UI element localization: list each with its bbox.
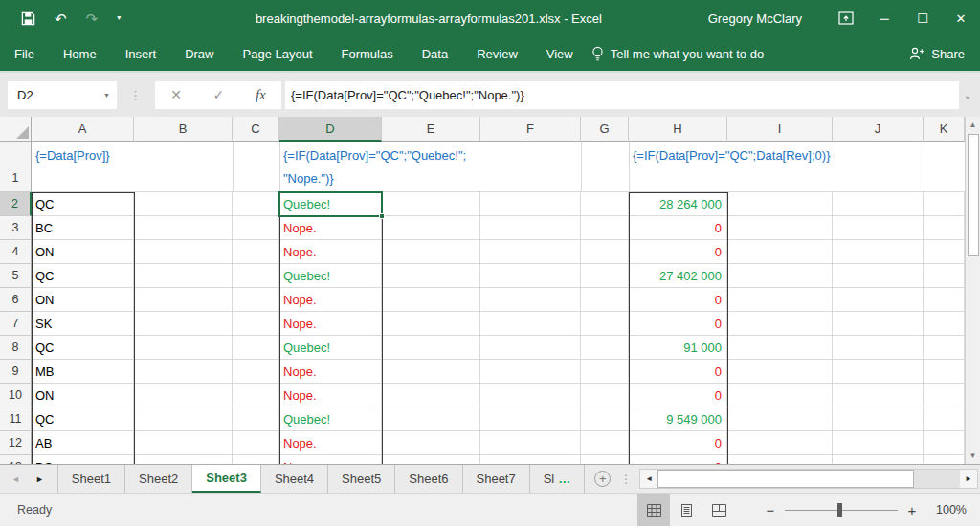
sheet-tab-sheet2[interactable]: Sheet2 xyxy=(125,465,192,493)
undo-icon[interactable]: ↶ xyxy=(55,11,67,26)
cell-B12[interactable] xyxy=(134,431,233,455)
tell-me-box[interactable]: Tell me what you want to do xyxy=(591,46,764,61)
cell-A5[interactable]: QC xyxy=(32,264,134,288)
cell-H13[interactable]: 0 xyxy=(629,455,727,464)
row-header-1[interactable]: 1 xyxy=(0,142,32,192)
cell-I4[interactable] xyxy=(727,240,833,264)
sheet-tab-sheet3[interactable]: Sheet3 xyxy=(192,465,261,493)
cell-E13[interactable] xyxy=(382,455,480,464)
cell-C13[interactable] xyxy=(233,455,279,464)
sheet-tab-sheet5[interactable]: Sheet5 xyxy=(328,465,395,493)
formula-bar-expand-icon[interactable]: ⌄ xyxy=(959,90,976,100)
ribbon-tab-file[interactable]: File xyxy=(0,37,49,71)
insert-function-icon[interactable]: fx xyxy=(256,87,266,103)
cell-G3[interactable] xyxy=(581,216,629,240)
share-button[interactable]: Share xyxy=(909,47,980,61)
cell-G10[interactable] xyxy=(581,384,629,407)
cell-B13[interactable] xyxy=(134,455,233,464)
cell-G8[interactable] xyxy=(581,336,629,360)
cell-C8[interactable] xyxy=(233,336,279,360)
cell-F13[interactable] xyxy=(480,455,581,464)
ribbon-tab-page-layout[interactable]: Page Layout xyxy=(229,37,327,71)
cell-F6[interactable] xyxy=(480,288,581,312)
cell-I9[interactable] xyxy=(727,360,833,384)
ribbon-tab-view[interactable]: View xyxy=(532,37,588,71)
close-button[interactable]: ✕ xyxy=(942,0,980,36)
column-header-J[interactable]: J xyxy=(833,117,924,142)
cell-D7[interactable]: Nope. xyxy=(279,312,382,336)
zoom-slider[interactable] xyxy=(785,503,898,517)
cell-I8[interactable] xyxy=(727,336,833,360)
horizontal-scrollbar[interactable]: ◄ ► xyxy=(639,469,978,489)
cell-G12[interactable] xyxy=(581,431,629,455)
cell-J4[interactable] xyxy=(833,240,924,264)
cell-H4[interactable]: 0 xyxy=(629,240,727,264)
cell-I3[interactable] xyxy=(727,216,833,240)
cell-D1[interactable]: {=IF(Data[Prov]="QC";"Quebec!";"Nope.")} xyxy=(283,144,466,190)
cell-A12[interactable]: AB xyxy=(32,431,134,455)
cell-A10[interactable]: ON xyxy=(32,384,134,407)
enter-icon[interactable]: ✓ xyxy=(213,87,225,102)
maximize-button[interactable]: ☐ xyxy=(903,0,942,36)
cell-K7[interactable] xyxy=(924,312,965,336)
cell-G6[interactable] xyxy=(581,288,629,312)
cell-K8[interactable] xyxy=(924,336,965,360)
ribbon-tab-data[interactable]: Data xyxy=(408,37,462,71)
cell-J6[interactable] xyxy=(833,288,924,312)
cell-K11[interactable] xyxy=(924,407,965,431)
cell-A3[interactable]: BC xyxy=(32,216,134,240)
cell-D10[interactable]: Nope. xyxy=(279,384,382,407)
column-header-F[interactable]: F xyxy=(480,117,581,142)
tab-bar-splitter[interactable]: ⋮ xyxy=(620,465,632,493)
zoom-slider-thumb[interactable] xyxy=(837,503,842,517)
cell-K2[interactable] xyxy=(924,192,965,216)
cell-B5[interactable] xyxy=(134,264,233,288)
cell-G2[interactable] xyxy=(581,192,629,216)
cell-F7[interactable] xyxy=(480,312,581,336)
cell-J7[interactable] xyxy=(833,312,924,336)
cell-D9[interactable]: Nope. xyxy=(279,360,382,384)
row-header-2[interactable]: 2 xyxy=(0,192,32,216)
column-header-A[interactable]: A xyxy=(32,117,134,142)
cell-J13[interactable] xyxy=(833,455,924,464)
cell-C12[interactable] xyxy=(233,431,279,455)
horizontal-scrollbar-thumb[interactable] xyxy=(657,470,914,488)
row-header-13[interactable]: 13 xyxy=(0,455,32,464)
formula-input[interactable]: {=IF(Data[Prov]="QC";"Quebec!";"Nope.")} xyxy=(285,81,959,109)
cell-I12[interactable] xyxy=(727,431,833,455)
row-header-12[interactable]: 12 xyxy=(0,431,32,455)
normal-view-icon[interactable] xyxy=(637,494,670,526)
scroll-right-icon[interactable]: ► xyxy=(960,470,977,488)
cell-E5[interactable] xyxy=(382,264,480,288)
row-header-9[interactable]: 9 xyxy=(0,360,32,384)
vertical-scrollbar[interactable]: ▲ ▼ xyxy=(965,117,980,464)
row-1-cells[interactable]: {=Data[Prov]} {=IF(Data[Prov]="QC";"Queb… xyxy=(32,142,965,192)
cell-H9[interactable]: 0 xyxy=(629,360,727,384)
cell-J12[interactable] xyxy=(833,431,924,455)
cell-E12[interactable] xyxy=(382,431,480,455)
cell-B6[interactable] xyxy=(134,288,233,312)
sheet-tab-sheet7[interactable]: Sheet7 xyxy=(463,465,530,493)
column-header-E[interactable]: E xyxy=(382,117,480,142)
cell-G4[interactable] xyxy=(581,240,629,264)
row-header-10[interactable]: 10 xyxy=(0,384,32,407)
cell-H5[interactable]: 27 402 000 xyxy=(629,264,727,288)
cell-A8[interactable]: QC xyxy=(32,336,134,360)
column-header-D[interactable]: D xyxy=(279,117,382,142)
sheet-tab-overflow[interactable]: Sl… xyxy=(530,465,586,493)
cell-B7[interactable] xyxy=(134,312,233,336)
cell-F3[interactable] xyxy=(480,216,581,240)
row-header-3[interactable]: 3 xyxy=(0,216,32,240)
cell-A6[interactable]: ON xyxy=(32,288,134,312)
cell-D13[interactable]: Nope. xyxy=(279,455,382,464)
cell-H7[interactable]: 0 xyxy=(629,312,727,336)
cell-A7[interactable]: SK xyxy=(32,312,134,336)
ribbon-tab-home[interactable]: Home xyxy=(49,37,111,71)
cell-E7[interactable] xyxy=(382,312,480,336)
cell-K3[interactable] xyxy=(924,216,965,240)
page-break-preview-icon[interactable] xyxy=(702,494,735,526)
name-box[interactable]: D2 ▼ xyxy=(8,81,117,109)
cell-B10[interactable] xyxy=(134,384,233,407)
cell-E8[interactable] xyxy=(382,336,480,360)
cell-B3[interactable] xyxy=(134,216,233,240)
